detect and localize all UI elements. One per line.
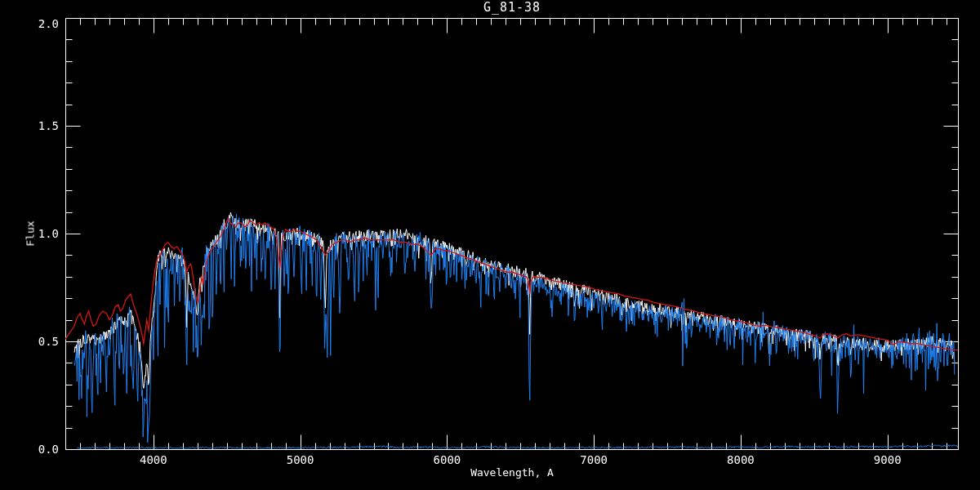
x-axis-label: Wavelength, A — [470, 466, 554, 479]
y-tick-label: 0.0 — [21, 443, 59, 456]
y-tick-label: 1.0 — [21, 227, 59, 240]
x-tick-label: 9000 — [874, 453, 902, 466]
spectrum-plot-canvas — [0, 0, 980, 490]
y-tick-label: 0.5 — [21, 335, 59, 348]
y-tick-label: 2.0 — [21, 17, 59, 30]
x-tick-label: 7000 — [580, 453, 608, 466]
x-tick-label: 6000 — [434, 453, 461, 466]
plot-window: G_81-38 Wavelength, A Flux 4000500060007… — [0, 0, 980, 490]
y-tick-label: 1.5 — [21, 119, 59, 132]
x-tick-label: 4000 — [140, 453, 167, 466]
x-tick-label: 8000 — [727, 453, 755, 466]
plot-title: G_81-38 — [483, 0, 541, 15]
x-tick-label: 5000 — [287, 453, 314, 466]
